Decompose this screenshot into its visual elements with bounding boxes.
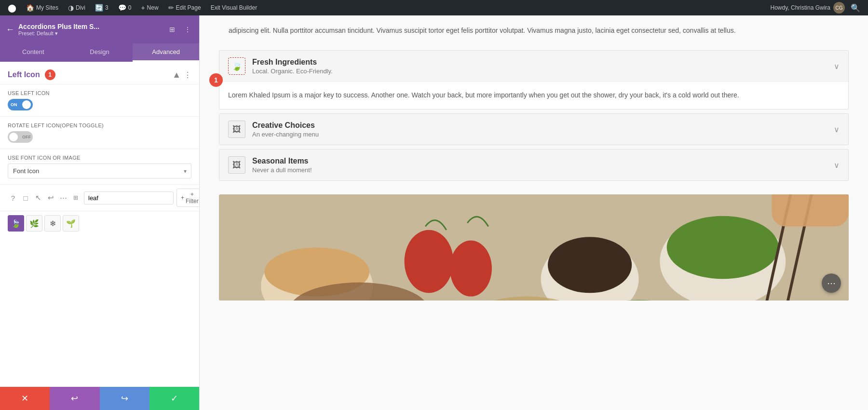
icon-cell-plant[interactable]: 🌱 [63,215,79,232]
accordion-chevron-fresh: ∨ [834,62,840,71]
tab-advanced[interactable]: Advanced [133,43,199,62]
food-image-svg [219,194,849,301]
reset-icon: ↩ [71,393,78,404]
fab-button[interactable]: ⋯ [822,273,841,293]
filter-btn[interactable]: + + Filter [176,189,199,207]
section-title: Left Icon [8,70,40,79]
grid-icon-btn[interactable]: ⊞ [166,24,178,35]
accordion-header-creative[interactable]: 🖼 Creative Choices An ever-changing menu… [219,114,848,145]
ellipsis-icon-btn[interactable]: ⋯ [58,192,68,203]
icon-search-input[interactable] [84,191,174,205]
accordion-icon-creative: 🖼 [228,121,245,138]
panel-title: Accordions Plus Item S... [18,23,99,30]
toggle-knob [22,100,31,109]
svg-point-8 [667,216,779,279]
redo-icon: ↪ [121,393,128,404]
icon-cell-leaf-filled[interactable]: 🍃 [8,215,24,232]
section-header: Left Icon 1 ▲ ⋮ [0,62,199,84]
preset-selector[interactable]: Preset: Default ▾ [18,30,99,37]
divi-btn[interactable]: ◑ Divi [64,0,89,15]
toggle-slider-on: ON [8,99,33,110]
food-image-section: ⋯ [200,190,868,310]
exit-vb-btn[interactable]: Exit Visual Builder [207,0,261,15]
accordion-subtitle-creative: An ever-changing menu [252,131,827,138]
icon-grid: 🍃 🌿 ❄ 🌱 [8,215,79,232]
accordion-title-creative: Creative Choices [252,121,827,130]
panel-content: Left Icon 1 ▲ ⋮ Use Left Icon ON [0,62,199,387]
accordion-header-fresh[interactable]: 🍃 Fresh Ingredients Local. Organic. Eco-… [219,51,848,82]
fab-icon: ⋯ [827,278,836,288]
accordion-title-fresh: Fresh Ingredients [252,58,827,67]
divi-icon: ◑ [68,4,74,12]
section-actions: ▲ ⋮ [172,70,191,80]
reset-icon-btn[interactable]: ↩ [45,192,56,203]
my-sites-btn[interactable]: 🏠 My Sites [22,0,62,15]
panel-header-left: ← Accordions Plus Item S... Preset: Defa… [6,23,99,37]
icon-grid-row: 🍃 🌿 ❄ 🌱 [0,211,199,233]
wp-icon[interactable]: ⬤ [4,0,20,15]
accordion-container: 1 🍃 Fresh Ingredients Local. Organic. Ec… [200,45,868,190]
accordion-header-seasonal[interactable]: 🖼 Seasonal Items Never a dull moment! ∨ [219,150,848,180]
exit-vb-label: Exit Visual Builder [211,4,258,11]
redo-button[interactable]: ↪ [100,387,149,410]
my-sites-label: My Sites [36,4,58,11]
arrow-btn[interactable]: ↖ [33,192,43,203]
section-title-row: Left Icon 1 [8,69,55,80]
search-btn[interactable]: 🔍 [847,3,864,13]
icon-tools: ? □ ↖ ↩ ⋯ ⊞ [8,192,81,203]
accordion-icon-seasonal: 🖼 [228,156,245,174]
accordion-chevron-seasonal: ∨ [834,161,840,170]
fab-overlay: ⋯ [822,273,841,293]
sync-count: 3 [105,4,108,11]
rotate-left-icon-row: Rotate Left Icon(Open Toggle) OFF [0,117,199,149]
tab-content[interactable]: Content [0,43,67,62]
save-icon: ✓ [171,393,178,404]
comments-icon: 💬 [118,4,126,12]
font-icon-select-wrapper: Font Icon Image [8,164,191,178]
accordion-text-fresh: Fresh Ingredients Local. Organic. Eco-Fr… [252,58,827,75]
icon-search-row: ? □ ↖ ↩ ⋯ ⊞ + + Filter [0,185,199,211]
user-label: Howdy, Christina Gwira [771,4,830,11]
save-button[interactable]: ✓ [149,387,199,410]
topbar-right: Howdy, Christina Gwira CG 🔍 [771,2,864,14]
icon-cell-leaf-outline[interactable]: 🌿 [26,215,42,232]
preset-label: Preset: Default [18,30,54,36]
plus-icon: + [141,4,145,12]
user-avatar: CG [833,2,845,14]
panel-header-icons: ⊞ ⋮ [166,24,193,35]
section-more-btn[interactable]: ⋮ [184,70,191,80]
top-bar: ⬤ 🏠 My Sites ◑ Divi 🔄 3 💬 0 + New ✏ Edit… [0,0,868,15]
grid-view-btn[interactable]: □ [20,192,31,203]
new-btn[interactable]: + New [137,0,162,15]
panel-tabs: Content Design Advanced [0,43,199,62]
accordion-body-fresh: Lorem Khaled Ipsum is a major key to suc… [219,82,848,109]
toggle-slider-off: OFF [8,131,33,143]
main-layout: ← Accordions Plus Item S... Preset: Defa… [0,15,868,410]
help-icon-btn[interactable]: ? [8,192,18,203]
sync-icon: 🔄 [95,4,103,12]
icon-cell-snowflake[interactable]: ❄ [44,215,61,232]
left-panel: ← Accordions Plus Item S... Preset: Defa… [0,15,200,410]
cancel-icon: ✕ [21,393,28,404]
accordion-subtitle-seasonal: Never a dull moment! [252,166,827,174]
edit-page-btn[interactable]: ✏ Edit Page [164,0,205,15]
accordion-subtitle-fresh: Local. Organic. Eco-Friendly. [252,68,827,75]
reset-button[interactable]: ↩ [50,387,99,410]
cancel-button[interactable]: ✕ [0,387,50,410]
full-icon-btn[interactable]: ⊞ [70,192,81,203]
rotate-left-icon-toggle[interactable]: OFF [8,131,33,143]
use-left-icon-toggle[interactable]: ON [8,99,33,110]
new-label: New [147,4,159,11]
divi-label: Divi [76,4,85,11]
rotate-left-icon-label: Rotate Left Icon(Open Toggle) [8,123,191,128]
sync-btn[interactable]: 🔄 3 [91,0,112,15]
back-button[interactable]: ← [6,25,14,35]
panel-header: ← Accordions Plus Item S... Preset: Defa… [0,15,199,43]
font-icon-select[interactable]: Font Icon Image [8,164,191,178]
accordion-item-seasonal-items: 🖼 Seasonal Items Never a dull moment! ∨ [219,149,849,181]
comments-btn[interactable]: 💬 0 [114,0,136,15]
tab-design[interactable]: Design [67,43,133,62]
collapse-section-btn[interactable]: ▲ [172,70,181,80]
more-options-btn[interactable]: ⋮ [182,24,193,35]
edit-page-label: Edit Page [176,4,201,11]
